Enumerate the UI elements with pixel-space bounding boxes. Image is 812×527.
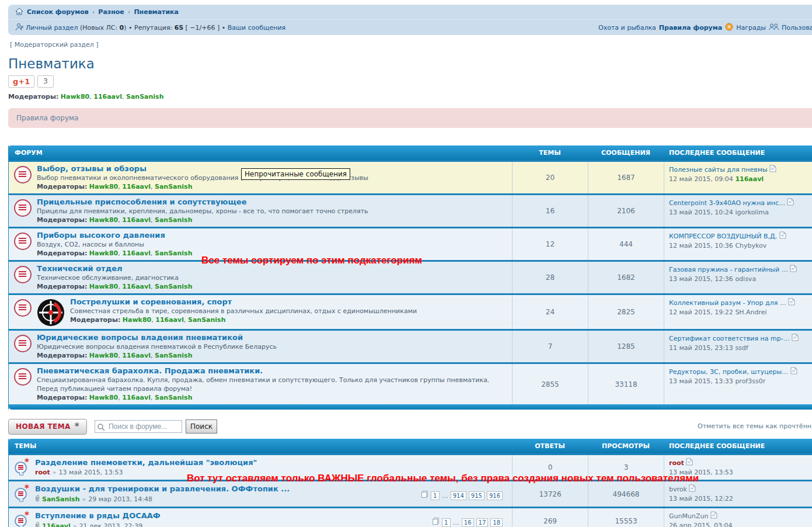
page-number-button[interactable]: 17 (476, 518, 489, 527)
moderator-link[interactable]: Hawk80 (61, 93, 89, 100)
forum-moderators: Модераторы: Hawk80, 116aavl, SanSanish (37, 216, 368, 224)
page-number-button[interactable]: 916 (487, 491, 503, 500)
lastpost-user-link[interactable]: igorkolima (735, 209, 769, 216)
goto-lastpost-icon[interactable] (790, 367, 797, 377)
moderator-link[interactable]: SanSanish (155, 249, 193, 257)
page-number-button[interactable]: 1 (431, 491, 440, 500)
lastpost-user-link[interactable]: 116aavl (735, 175, 764, 183)
moderator-link[interactable]: SanSanish (155, 183, 193, 190)
topic-row: Вступление в ряды ДОСААФ 116aavl » 21 де… (9, 507, 812, 527)
moderator-link[interactable]: Hawk80 (89, 216, 118, 224)
lastpost-title-link[interactable]: Centerpoint 3-9x40AO нужна инс… (669, 199, 785, 207)
forum-title-link[interactable]: Приборы высокого давления (37, 231, 165, 240)
forum-title-link[interactable]: Выбор, отзывы и обзоры (37, 164, 147, 174)
forum-title-link[interactable]: Прицельные приспособления и сопутствующе… (37, 197, 246, 207)
topic-title-link[interactable]: Вступление в ряды ДОСААФ (35, 511, 161, 521)
topic-title-link[interactable]: Воздушки - для тренировки и развлечения.… (35, 484, 290, 494)
lastpost-user-link[interactable]: prof3ss0r (735, 377, 765, 385)
forum-title-link[interactable]: Юридические вопросы владения пневматикой (37, 333, 243, 342)
forum-title-link[interactable]: Пострелушки и соревнования, спорт (70, 297, 232, 307)
personal-section-link[interactable]: Личный раздел (26, 24, 78, 32)
moderator-link[interactable]: 116aavl (122, 183, 151, 190)
lastpost-title-link[interactable]: КОМПРЕССОР ВОЗДУШНЫЙ В,Д, (669, 233, 777, 240)
reputation-value: 65 (175, 24, 183, 32)
moderator-link[interactable]: SanSanish (155, 283, 193, 290)
lastpost-user-link[interactable]: GunMunZun (669, 512, 708, 520)
your-posts-link[interactable]: Ваши сообщения (228, 24, 285, 32)
page-number-button[interactable]: 914 (451, 491, 466, 500)
lastpost-title-link[interactable]: Сертификат соответствия на mp-… (669, 335, 790, 342)
goto-lastpost-icon[interactable] (792, 334, 799, 344)
goto-lastpost-icon[interactable] (769, 165, 776, 175)
announcement-unread-icon (14, 512, 29, 527)
goto-lastpost-icon[interactable] (689, 484, 696, 494)
moderator-link[interactable]: Hawk80 (89, 283, 118, 290)
forum-moderators: Модераторы: Hawk80, 116aavl, SanSanish (37, 394, 489, 402)
breadcrumb-section-link[interactable]: Разное (98, 8, 124, 16)
moderator-link[interactable]: Hawk80 (89, 249, 118, 257)
announcement-unread-icon (14, 459, 29, 477)
moderator-link[interactable]: 116aavl (122, 283, 151, 290)
forum-title-link[interactable]: Пневматическая барахолка. Продажа пневма… (37, 366, 263, 376)
forum-search-input[interactable] (95, 420, 182, 433)
red-annotation-subcategories: Все темы сортируем по этим подкатегориям (201, 255, 422, 266)
hunting-fishing-link[interactable]: Охота и рыбалка (598, 24, 656, 32)
lastpost-title-link[interactable]: Редукторы, ЗС, пробки, штуцеры… (669, 368, 788, 376)
home-icon[interactable] (15, 8, 23, 17)
goto-lastpost-icon[interactable] (787, 198, 794, 208)
lastpost-user-link[interactable]: bvrok (669, 486, 687, 493)
moderator-link[interactable]: SanSanish (155, 352, 193, 359)
lastpost-title-link[interactable]: Коллективный разум - Упор для … (669, 299, 786, 307)
topic-pagination: 1…914915916 (421, 489, 503, 500)
forum-rules-link[interactable]: Правила форума (659, 24, 722, 32)
header-topics: ТЕМЫ (512, 149, 588, 157)
topics-count: 20 (512, 162, 588, 193)
moderator-link[interactable]: 116aavl (122, 249, 151, 257)
goto-lastpost-icon[interactable] (790, 265, 797, 275)
search-submit-button[interactable]: Поиск (186, 419, 217, 434)
topic-title-link[interactable]: Разделение пнемоветки, дальнейшая "эволю… (35, 457, 257, 467)
page-number-button[interactable]: 1 (442, 518, 451, 527)
lastpost-user-link[interactable]: root (669, 459, 684, 467)
moderator-link[interactable]: Hawk80 (89, 352, 118, 359)
mark-read-link[interactable]: Отметить все темы как прочтённые (698, 422, 812, 430)
new-topic-button[interactable]: НОВАЯ ТЕМА* (8, 419, 87, 435)
topic-author-link[interactable]: root (35, 469, 50, 477)
moderator-link[interactable]: 116aavl (122, 352, 151, 359)
moderator-link[interactable]: SanSanish (126, 93, 164, 100)
lastpost-title-link[interactable]: Газовая пружина - гарантийный … (669, 266, 788, 273)
moderator-link[interactable]: 116aavl (155, 316, 184, 324)
lastpost-user-link[interactable]: Chybykov (735, 242, 766, 249)
moderator-link[interactable]: 116aavl (122, 216, 151, 224)
moderator-link[interactable]: Hawk80 (89, 394, 118, 401)
goto-lastpost-icon[interactable] (686, 458, 693, 468)
lastpost-user-link[interactable]: ssdf (735, 344, 748, 352)
moderator-link[interactable]: SanSanish (155, 394, 193, 401)
moderator-section-link[interactable]: [ Модераторский раздел ] (10, 41, 98, 48)
goto-lastpost-icon[interactable] (779, 231, 786, 241)
moderator-link[interactable]: 116aavl (93, 93, 122, 100)
lastpost-title-link[interactable]: Полезные сайты для пневмы (669, 166, 768, 174)
breadcrumb-root-link[interactable]: Список форумов (27, 8, 89, 16)
members-link[interactable]: Пользователи (782, 24, 812, 32)
goto-lastpost-icon[interactable] (788, 298, 795, 308)
breadcrumb-current-link[interactable]: Пневматика (134, 8, 179, 16)
page-number-button[interactable]: 915 (469, 491, 485, 500)
moderator-link[interactable]: Hawk80 (123, 316, 151, 324)
page-number-button[interactable]: 16 (462, 518, 474, 527)
author-date-separator: » (82, 495, 86, 504)
topic-author-link[interactable]: SanSanish (42, 495, 80, 504)
awards-link[interactable]: Награды (736, 24, 766, 32)
lastpost-user-link[interactable]: SH.Andrei (735, 308, 766, 316)
gplus-button[interactable]: g+1 (8, 75, 34, 88)
forum-title-link[interactable]: Технический отдел (37, 264, 122, 273)
moderator-link[interactable]: Hawk80 (89, 183, 118, 190)
page-number-button[interactable]: 18 (490, 518, 503, 527)
forum-rules-banner-link[interactable]: Правила форума (16, 114, 78, 122)
moderator-link[interactable]: SanSanish (188, 316, 226, 324)
moderator-link[interactable]: 116aavl (122, 394, 151, 401)
moderator-link[interactable]: SanSanish (155, 216, 193, 224)
lastpost-user-link[interactable]: odisva (735, 275, 756, 283)
topic-author-link[interactable]: 116aavl (42, 522, 71, 527)
goto-lastpost-icon[interactable] (710, 511, 717, 521)
